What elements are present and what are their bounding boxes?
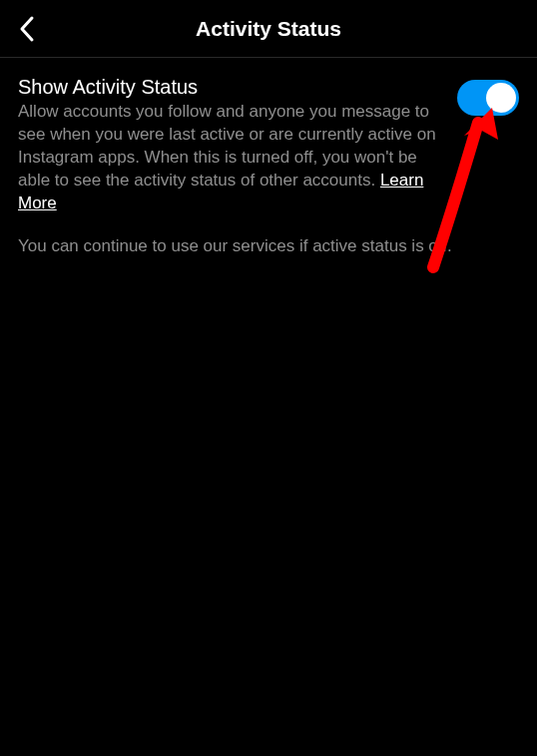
setting-description-text: Allow accounts you follow and anyone you… <box>18 102 436 189</box>
setting-description: Allow accounts you follow and anyone you… <box>18 101 441 215</box>
setting-text: Show Activity Status Allow accounts you … <box>18 76 441 215</box>
page-title: Activity Status <box>0 17 537 41</box>
continue-text: You can continue to use our services if … <box>18 235 519 258</box>
header: Activity Status <box>0 0 537 58</box>
chevron-left-icon <box>18 15 36 43</box>
back-button[interactable] <box>12 14 42 44</box>
activity-status-toggle[interactable] <box>457 80 519 116</box>
toggle-knob <box>486 83 516 113</box>
setting-row: Show Activity Status Allow accounts you … <box>18 76 519 215</box>
setting-title: Show Activity Status <box>18 76 441 99</box>
content: Show Activity Status Allow accounts you … <box>0 58 537 276</box>
